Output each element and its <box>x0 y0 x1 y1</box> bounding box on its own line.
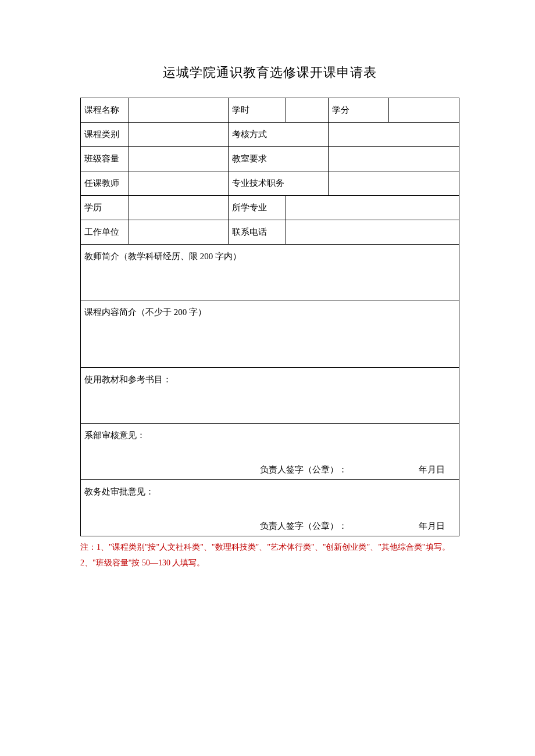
note-line-1: 注：1、"课程类别"按"人文社科类"、"数理科技类"、"艺术体行类"、"创新创业… <box>80 540 459 556</box>
value-course-category <box>129 123 229 147</box>
label-phone: 联系电话 <box>229 220 286 245</box>
value-classroom-req <box>328 147 459 171</box>
label-classroom-req: 教室要求 <box>229 147 328 171</box>
table-row: 系部审核意见： 负责人签字（公章）： 年月日 <box>81 424 459 480</box>
table-row: 任课教师 专业技术职务 <box>81 171 459 196</box>
label-hours: 学时 <box>229 98 286 123</box>
form-notes: 注：1、"课程类别"按"人文社科类"、"数理科技类"、"艺术体行类"、"创新创业… <box>80 540 459 571</box>
value-education <box>129 196 229 220</box>
value-workplace <box>129 220 229 245</box>
value-course-name <box>129 98 229 123</box>
table-row: 课程内容简介（不少于 200 字） <box>81 300 459 368</box>
label-course-category: 课程类别 <box>81 123 129 147</box>
signature-date: 年月日 <box>419 464 445 476</box>
value-credits <box>388 98 459 123</box>
label-assessment: 考核方式 <box>229 123 328 147</box>
value-instructor <box>129 171 229 196</box>
table-row: 使用教材和参考书目： <box>81 368 459 424</box>
signature-label: 负责人签字（公章）： <box>260 520 347 532</box>
table-row: 课程类别 考核方式 <box>81 123 459 147</box>
label-instructor: 任课教师 <box>81 171 129 196</box>
table-row: 课程名称 学时 学分 <box>81 98 459 123</box>
section-teacher-intro: 教师简介（教学科研经历、限 200 字内） <box>81 245 459 300</box>
table-row: 班级容量 教室要求 <box>81 147 459 171</box>
label-credits: 学分 <box>328 98 388 123</box>
label-course-name: 课程名称 <box>81 98 129 123</box>
label-education: 学历 <box>81 196 129 220</box>
label-major: 所学专业 <box>229 196 286 220</box>
table-row: 学历 所学专业 <box>81 196 459 220</box>
value-phone <box>286 220 459 245</box>
section-office-review: 教务处审批意见： 负责人签字（公章）： 年月日 <box>81 480 459 536</box>
label-workplace: 工作单位 <box>81 220 129 245</box>
section-course-intro: 课程内容简介（不少于 200 字） <box>81 300 459 368</box>
section-dept-review: 系部审核意见： 负责人签字（公章）： 年月日 <box>81 424 459 480</box>
application-form-table: 课程名称 学时 学分 课程类别 考核方式 班级容量 教室要求 任课教师 专业技术… <box>80 98 459 536</box>
value-class-capacity <box>129 147 229 171</box>
form-title: 运城学院通识教育选修课开课申请表 <box>80 64 459 81</box>
dept-review-label: 系部审核意见： <box>84 431 145 440</box>
value-assessment <box>328 123 459 147</box>
label-class-capacity: 班级容量 <box>81 147 129 171</box>
table-row: 教师简介（教学科研经历、限 200 字内） <box>81 245 459 300</box>
value-title <box>328 171 459 196</box>
signature-label: 负责人签字（公章）： <box>260 464 347 476</box>
section-textbooks: 使用教材和参考书目： <box>81 368 459 424</box>
value-major <box>286 196 459 220</box>
signature-date: 年月日 <box>419 520 445 532</box>
table-row: 工作单位 联系电话 <box>81 220 459 245</box>
label-title: 专业技术职务 <box>229 171 328 196</box>
value-hours <box>286 98 328 123</box>
table-row: 教务处审批意见： 负责人签字（公章）： 年月日 <box>81 480 459 536</box>
office-review-label: 教务处审批意见： <box>84 487 154 496</box>
note-line-2: 2、"班级容量"按 50—130 人填写。 <box>80 556 459 571</box>
